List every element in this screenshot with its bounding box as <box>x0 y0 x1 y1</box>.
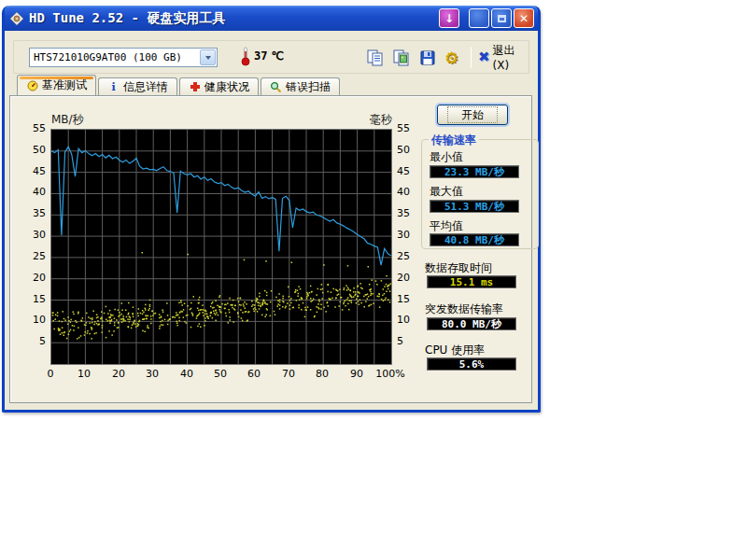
tab-label: 健康状况 <box>204 79 249 95</box>
tab-info[interactable]: i 信息详情 <box>98 77 177 95</box>
client-area: HTS721010G9AT00 (100 GB) 37 ℃ <box>5 31 538 408</box>
minimize-icon: _ <box>476 20 482 25</box>
down-arrow-icon: ↓ <box>444 12 454 25</box>
y-tick-label: 30 <box>397 229 421 241</box>
y-tick-label: 25 <box>21 250 46 262</box>
y-tick-label: 30 <box>21 229 46 241</box>
drive-select[interactable]: HTS721010G9AT00 (100 GB) <box>29 48 218 67</box>
y-tick-label: 55 <box>397 122 421 134</box>
copy-text-icon <box>367 49 384 66</box>
drive-select-value: HTS721010G9AT00 (100 GB) <box>30 51 199 63</box>
health-cross-icon <box>189 81 201 93</box>
benchmark-chart <box>50 129 392 365</box>
copy-text-button[interactable] <box>363 46 387 69</box>
x-tick-label: 10 <box>68 368 100 380</box>
tab-bar: 基准测试 i 信息详情 健康状况 错误扫描 <box>17 76 340 95</box>
y-tick-label: 10 <box>21 314 46 326</box>
info-icon: i <box>107 81 120 93</box>
stat-value-access-time: 15.1 ms <box>427 275 516 288</box>
tab-error-scan[interactable]: 错误扫描 <box>261 77 340 95</box>
y-tick-label: 10 <box>397 314 421 326</box>
tab-benchmark[interactable]: 基准测试 <box>17 75 96 95</box>
y-tick-label: 40 <box>21 186 46 198</box>
y-tick-label: 45 <box>21 165 46 177</box>
maximize-icon <box>498 15 506 22</box>
tab-health[interactable]: 健康状况 <box>179 77 259 95</box>
y-tick-label: 15 <box>21 293 46 305</box>
thermometer-icon <box>241 46 250 66</box>
y-tick-label: 20 <box>397 272 421 284</box>
stat-value-cpu-usage: 5.6% <box>427 357 516 371</box>
y-tick-label: 40 <box>397 186 421 198</box>
options-button[interactable]: ⚙ <box>440 46 463 69</box>
maximize-button[interactable] <box>491 8 512 28</box>
exit-label: 退出(X) <box>493 43 529 72</box>
desktop: HD Tune 2.52 - 硬盘实用工具 ↓ _ ✕ HTS721010G9A… <box>0 0 747 560</box>
temperature-unit: ℃ <box>271 49 283 63</box>
stat-label-cpu-usage: CPU 使用率 <box>425 343 485 358</box>
stat-label-avg: 平均值 <box>430 218 463 234</box>
x-tick-label: 40 <box>171 368 203 380</box>
y-tick-label: 50 <box>21 144 46 156</box>
window-title: HD Tune 2.52 - 硬盘实用工具 <box>29 10 225 27</box>
title-bar[interactable]: HD Tune 2.52 - 硬盘实用工具 ↓ _ ✕ <box>5 6 538 31</box>
y-tick-label: 45 <box>397 165 421 177</box>
copy-image-icon <box>393 49 410 66</box>
x-tick-label: 90 <box>341 368 373 380</box>
temperature-value: 37 <box>254 49 267 63</box>
transfer-rate-group: 传输速率 最小值 23.3 MB/秒 最大值 51.3 MB/秒 平均值 40.… <box>421 139 539 249</box>
x-tick-label: 70 <box>273 368 304 380</box>
tab-label: 错误扫描 <box>286 79 331 95</box>
close-icon: ✕ <box>519 12 529 25</box>
copy-image-button[interactable] <box>389 46 413 69</box>
exit-x-icon: ✖ <box>478 50 490 64</box>
hd-tune-window: HD Tune 2.52 - 硬盘实用工具 ↓ _ ✕ HTS721010G9A… <box>2 6 541 413</box>
chevron-down-icon <box>205 56 211 60</box>
toolbar: HTS721010G9AT00 (100 GB) 37 ℃ <box>13 40 529 74</box>
x-tick-label: 60 <box>238 368 270 380</box>
stat-value-min: 23.3 MB/秒 <box>430 165 519 178</box>
stat-value-avg: 40.8 MB/秒 <box>430 233 519 246</box>
y-tick-label: 35 <box>397 207 421 219</box>
stat-value-burst-rate: 80.0 MB/秒 <box>427 317 516 330</box>
x-tick-label: 80 <box>306 368 338 380</box>
stat-label-access-time: 数据存取时间 <box>425 260 492 276</box>
window-controls: ↓ _ ✕ <box>439 8 534 28</box>
exit-button[interactable]: ✖ 退出(X) <box>478 46 529 69</box>
gauge-icon <box>26 79 38 91</box>
scan-magnifier-icon <box>270 81 282 93</box>
options-gear-icon: ⚙ <box>444 49 458 67</box>
toolbar-separator <box>471 47 472 68</box>
app-icon <box>9 11 24 26</box>
y-tick-label: 35 <box>21 207 46 219</box>
download-button[interactable]: ↓ <box>439 8 459 28</box>
x-tick-label: 50 <box>204 368 236 380</box>
save-button[interactable] <box>416 46 439 69</box>
drive-select-dropdown-button[interactable] <box>200 49 216 65</box>
start-button[interactable]: 开始 <box>437 105 508 125</box>
save-floppy-icon <box>419 49 436 66</box>
right-axis-label: 毫秒 <box>356 112 392 128</box>
start-button-label: 开始 <box>447 106 498 123</box>
temperature-indicator: 37 ℃ <box>241 46 284 66</box>
stat-value-max: 51.3 MB/秒 <box>430 200 519 213</box>
group-title: 传输速率 <box>429 133 479 148</box>
y-tick-label: 15 <box>397 293 421 305</box>
x-tick-label: 0 <box>35 368 66 380</box>
stat-label-min: 最小值 <box>430 149 463 165</box>
benchmark-page: MB/秒 毫秒 510152025303540455055 5101520253… <box>9 95 532 403</box>
x-tick-label: 30 <box>136 368 168 380</box>
minimize-button[interactable]: _ <box>469 8 489 28</box>
left-axis-label: MB/秒 <box>51 112 84 128</box>
x-tick-label: 20 <box>103 368 134 380</box>
y-tick-label: 55 <box>21 122 46 134</box>
stat-label-burst-rate: 突发数据传输率 <box>425 301 503 317</box>
x-tick-label: 100% <box>374 368 406 380</box>
y-tick-label: 5 <box>397 335 421 347</box>
y-tick-label: 20 <box>21 272 46 284</box>
tab-label: 基准测试 <box>42 77 87 93</box>
close-button[interactable]: ✕ <box>514 8 534 28</box>
stat-label-max: 最大值 <box>430 184 463 200</box>
y-tick-label: 25 <box>397 250 421 262</box>
tab-label: 信息详情 <box>123 79 168 95</box>
